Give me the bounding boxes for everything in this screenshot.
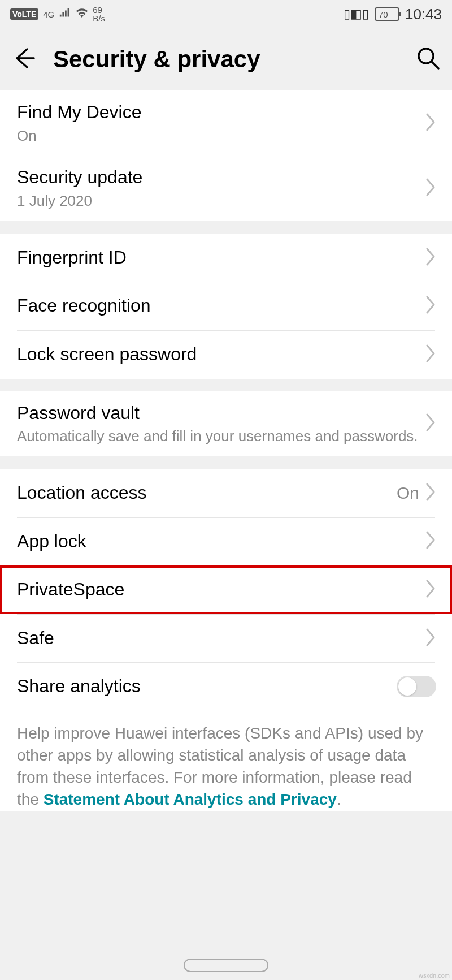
chevron-right-icon <box>425 413 436 434</box>
row-location-access[interactable]: Location access On <box>0 469 452 517</box>
chevron-right-icon <box>425 344 436 365</box>
speed-indicator: 69 B/s <box>93 6 105 23</box>
row-subtitle: Automatically save and fill in your user… <box>17 427 425 446</box>
volte-badge: VoLTE <box>10 8 38 20</box>
chevron-right-icon <box>425 113 436 133</box>
row-subtitle: On <box>17 127 425 146</box>
settings-group: Fingerprint ID Face recognition Lock scr… <box>0 234 452 379</box>
row-title: Lock screen password <box>17 343 425 366</box>
chevron-right-icon <box>425 628 436 649</box>
svg-line-1 <box>432 62 438 68</box>
navigation-bar <box>0 954 452 977</box>
row-title: Location access <box>17 481 397 505</box>
network-indicator: 4G <box>43 10 54 19</box>
battery-icon: 70 <box>375 7 399 21</box>
row-title: App lock <box>17 530 425 554</box>
row-title: Face recognition <box>17 294 425 318</box>
row-app-lock[interactable]: App lock <box>0 517 452 566</box>
row-title: Find My Device <box>17 101 425 124</box>
row-title: Password vault <box>17 402 425 425</box>
wifi-icon <box>76 7 88 21</box>
row-share-analytics[interactable]: Share analytics <box>0 662 452 711</box>
status-bar: VoLTE 4G 69 B/s ▯◧▯ 70 10:43 <box>0 0 452 28</box>
footer-description: Help improve Huawei interfaces (SDKs and… <box>0 711 452 811</box>
share-analytics-toggle[interactable] <box>397 676 436 697</box>
row-subtitle: 1 July 2020 <box>17 192 425 211</box>
settings-group: Find My Device On Security update 1 July… <box>0 90 452 221</box>
vibrate-icon: ▯◧▯ <box>344 7 369 21</box>
status-right: ▯◧▯ 70 10:43 <box>344 6 442 23</box>
chevron-right-icon <box>425 248 436 268</box>
row-safe[interactable]: Safe <box>0 614 452 663</box>
row-face-recognition[interactable]: Face recognition <box>0 282 452 330</box>
network-type: 4G <box>43 10 54 19</box>
chevron-right-icon <box>425 296 436 316</box>
row-title: Share analytics <box>17 675 397 698</box>
chevron-right-icon <box>425 178 436 198</box>
signal-icon <box>59 7 71 21</box>
row-security-update[interactable]: Security update 1 July 2020 <box>0 156 452 221</box>
page-title: Security & privacy <box>53 46 399 73</box>
row-title: Fingerprint ID <box>17 246 425 270</box>
battery-level: 70 <box>376 10 388 19</box>
row-lock-screen-password[interactable]: Lock screen password <box>0 330 452 379</box>
row-title: Security update <box>17 166 425 189</box>
settings-group: Location access On App lock PrivateSpace… <box>0 469 452 811</box>
status-left: VoLTE 4G 69 B/s <box>10 6 105 23</box>
chevron-right-icon <box>425 580 436 600</box>
row-fingerprint-id[interactable]: Fingerprint ID <box>0 234 452 282</box>
home-pill[interactable] <box>184 959 268 972</box>
row-title: PrivateSpace <box>17 578 425 602</box>
speed-unit: B/s <box>93 14 105 23</box>
row-privatespace[interactable]: PrivateSpace <box>0 565 452 614</box>
row-find-my-device[interactable]: Find My Device On <box>0 90 452 156</box>
footer-link[interactable]: Statement About Analytics and Privacy <box>44 791 337 808</box>
row-title: Safe <box>17 627 425 650</box>
back-icon[interactable] <box>11 46 36 73</box>
clock: 10:43 <box>405 6 442 23</box>
chevron-right-icon <box>425 483 436 503</box>
row-value: On <box>397 483 419 503</box>
settings-group: Password vault Automatically save and fi… <box>0 391 452 456</box>
chevron-right-icon <box>425 531 436 551</box>
watermark: wsxdn.com <box>419 972 450 979</box>
speed-value: 69 <box>93 6 105 14</box>
row-password-vault[interactable]: Password vault Automatically save and fi… <box>0 391 452 456</box>
page-header: Security & privacy <box>0 28 452 90</box>
search-icon[interactable] <box>416 46 441 73</box>
